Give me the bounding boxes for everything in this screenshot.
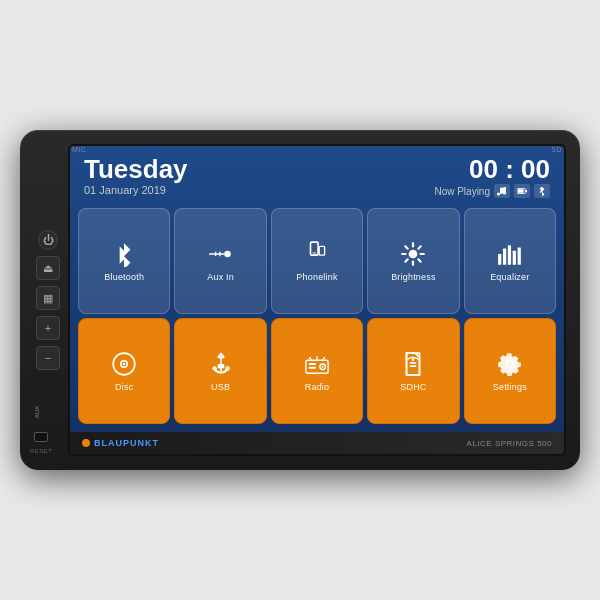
brightness-label: Brightness — [391, 272, 436, 282]
bottom-bar: BLAUPUNKT ALICE SPRINGS 500 — [70, 432, 564, 454]
battery-icon — [514, 184, 530, 198]
svg-rect-21 — [508, 245, 511, 265]
sdhc-icon — [400, 350, 426, 378]
settings-icon — [497, 350, 523, 378]
left-controls: ⏻ ⏏ ▦ + − — [30, 130, 66, 470]
mic-label: MIC — [72, 146, 86, 153]
svg-line-17 — [406, 259, 408, 261]
phonelink-label: Phonelink — [296, 272, 337, 282]
svg-rect-29 — [217, 364, 224, 368]
bluetooth-icon — [111, 240, 137, 268]
svg-rect-34 — [309, 367, 316, 369]
car-stereo-unit: ⏻ ⏏ ▦ + − MIC SD AUX RESET Tuesday 01 Ja… — [20, 130, 580, 470]
svg-rect-1 — [518, 189, 524, 192]
disc-icon — [111, 350, 137, 378]
svg-point-26 — [123, 363, 126, 366]
tile-usb[interactable]: USB — [174, 318, 266, 424]
equalizer-icon — [497, 240, 523, 268]
svg-rect-19 — [498, 254, 501, 265]
header-right: 00 : 00 Now Playing — [434, 156, 550, 198]
aux-in-label: Aux In — [207, 272, 234, 282]
screen-wrapper: Tuesday 01 January 2019 00 : 00 Now Play… — [68, 144, 566, 456]
usb-port — [34, 432, 48, 442]
model-name: ALICE SPRINGS 500 — [467, 439, 552, 448]
tile-settings[interactable]: Settings — [464, 318, 556, 424]
tile-disc[interactable]: Disc — [78, 318, 170, 424]
disc-label: Disc — [115, 382, 133, 392]
menu-button[interactable]: ▦ — [36, 286, 60, 310]
svg-point-32 — [322, 366, 324, 368]
music-icon — [494, 184, 510, 198]
svg-rect-23 — [517, 248, 520, 265]
brand-name: BLAUPUNKT — [94, 438, 159, 448]
svg-rect-20 — [503, 249, 506, 265]
reset-label: RESET — [30, 448, 53, 454]
minus-button[interactable]: − — [36, 346, 60, 370]
now-playing-label: Now Playing — [434, 186, 490, 197]
sd-label: SD — [551, 146, 562, 153]
svg-rect-22 — [513, 251, 516, 265]
svg-line-16 — [419, 259, 421, 261]
time-display: 00 : 00 — [434, 156, 550, 182]
header: Tuesday 01 January 2019 00 : 00 Now Play… — [70, 146, 564, 204]
radio-icon — [304, 350, 330, 378]
settings-label: Settings — [493, 382, 527, 392]
tile-bluetooth[interactable]: Bluetooth — [78, 208, 170, 314]
tile-equalizer[interactable]: Equalizer — [464, 208, 556, 314]
tile-phonelink[interactable]: Phonelink — [271, 208, 363, 314]
svg-rect-33 — [309, 363, 316, 365]
eject-button[interactable]: ⏏ — [36, 256, 60, 280]
brand-logo: BLAUPUNKT — [82, 438, 159, 448]
svg-rect-8 — [319, 246, 324, 255]
aux-label: AUX — [34, 406, 40, 418]
aux-icon — [208, 240, 234, 268]
tile-aux-in[interactable]: Aux In — [174, 208, 266, 314]
bluetooth-label: Bluetooth — [104, 272, 144, 282]
brightness-icon — [400, 240, 426, 268]
grid-row-1: Bluetooth Aux In — [78, 208, 556, 314]
day-display: Tuesday — [84, 156, 188, 182]
tile-radio[interactable]: Radio — [271, 318, 363, 424]
equalizer-label: Equalizer — [490, 272, 529, 282]
bluetooth-status-icon — [534, 184, 550, 198]
phonelink-icon — [304, 240, 330, 268]
grid-row-2: Disc — [78, 318, 556, 424]
plus-button[interactable]: + — [36, 316, 60, 340]
brand-dot — [82, 439, 90, 447]
power-button[interactable]: ⏻ — [38, 230, 58, 250]
app-grid: Bluetooth Aux In — [70, 204, 564, 432]
usb-icon — [208, 350, 234, 378]
sdhc-label: SDHC — [400, 382, 426, 392]
radio-label: Radio — [305, 382, 330, 392]
svg-line-18 — [419, 246, 421, 248]
tile-sdhc[interactable]: SDHC — [367, 318, 459, 424]
main-screen: Tuesday 01 January 2019 00 : 00 Now Play… — [68, 144, 566, 456]
header-left: Tuesday 01 January 2019 — [84, 156, 188, 196]
svg-point-10 — [409, 250, 418, 259]
svg-line-15 — [406, 246, 408, 248]
svg-rect-2 — [525, 190, 527, 193]
date-display: 01 January 2019 — [84, 184, 188, 196]
now-playing-row: Now Playing — [434, 184, 550, 198]
svg-point-27 — [212, 366, 216, 370]
usb-label: USB — [211, 382, 230, 392]
svg-point-6 — [224, 251, 231, 258]
tile-brightness[interactable]: Brightness — [367, 208, 459, 314]
